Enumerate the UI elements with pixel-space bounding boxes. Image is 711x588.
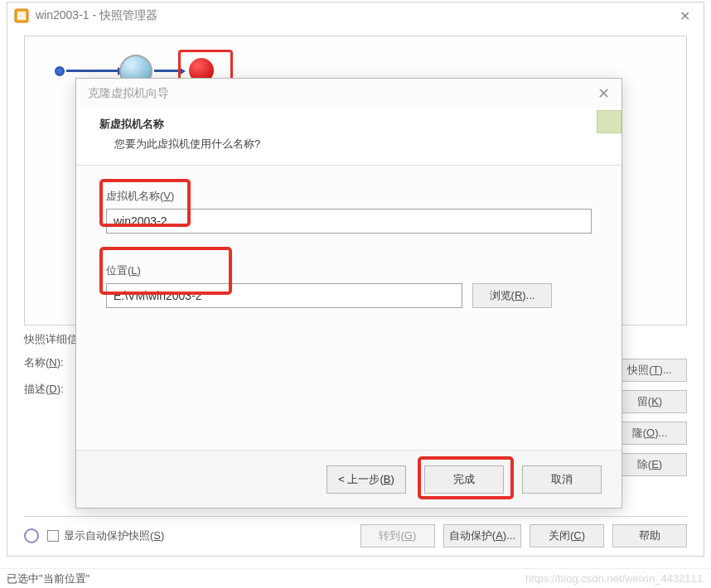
clone-button[interactable]: 隆(O)... [612, 422, 687, 445]
browse-button[interactable]: 浏览(R)... [472, 283, 552, 308]
wizard-close-button[interactable]: ✕ [597, 84, 610, 103]
desc-field-label: 描述(D): [24, 382, 82, 397]
finish-button[interactable]: 完成 [424, 465, 504, 494]
keep-button[interactable]: 留(K) [612, 390, 687, 413]
checkbox-icon [47, 530, 59, 542]
clone-wizard-dialog: 克隆虚拟机向导 ✕ 新虚拟机名称 您要为此虚拟机使用什么名称? 虚拟机名称(V)… [75, 78, 622, 508]
app-icon [14, 8, 29, 23]
parent-window-title: win2003-1 - 快照管理器 [36, 8, 673, 23]
arrow-icon [66, 70, 118, 72]
parent-titlebar: win2003-1 - 快照管理器 ✕ [7, 2, 704, 29]
vm-name-label: 虚拟机名称(V) [106, 189, 592, 204]
name-field-label: 名称(N): [24, 355, 82, 370]
take-snapshot-button[interactable]: 快照(T)... [612, 359, 687, 382]
wizard-title: 克隆虚拟机向导 [88, 86, 597, 101]
snapshot-root-node[interactable] [55, 66, 65, 76]
cancel-button[interactable]: 取消 [522, 465, 602, 494]
wizard-titlebar: 克隆虚拟机向导 ✕ [76, 79, 622, 108]
delete-button[interactable]: 除(E) [612, 453, 687, 476]
wizard-subheading: 您要为此虚拟机使用什么名称? [99, 137, 598, 152]
status-text: 已选中"当前位置" [7, 571, 89, 586]
wizard-header: 新虚拟机名称 您要为此虚拟机使用什么名称? [76, 108, 622, 166]
close-button[interactable]: 关闭(C) [530, 524, 604, 547]
watermark-text: https://blog.csdn.net/weixin_4432111 [525, 572, 703, 585]
wizard-content: 虚拟机名称(V) 位置(L) 浏览(R)... [76, 166, 622, 361]
location-label: 位置(L) [106, 263, 592, 278]
vm-name-input[interactable] [106, 209, 592, 234]
refresh-icon[interactable] [24, 528, 39, 543]
goto-button[interactable]: 转到(G) [360, 524, 435, 547]
location-input[interactable] [106, 283, 462, 308]
wizard-banner-accent [597, 110, 622, 133]
side-buttons-column: 快照(T)... 留(K) 隆(O)... 除(E) [612, 359, 687, 476]
show-autoprotect-checkbox[interactable]: 显示自动保护快照(S) [47, 528, 164, 543]
help-button[interactable]: 帮助 [612, 524, 687, 547]
wizard-button-row: < 上一步(B) 完成 取消 [76, 450, 622, 508]
arrow-icon [154, 70, 179, 72]
back-button[interactable]: < 上一步(B) [326, 465, 406, 494]
bottom-toolbar: 显示自动保护快照(S) 转到(G) 自动保护(A)... 关闭(C) 帮助 [24, 516, 687, 547]
autoprotect-button[interactable]: 自动保护(A)... [443, 524, 521, 547]
parent-close-button[interactable]: ✕ [673, 8, 697, 24]
svg-rect-1 [17, 12, 26, 20]
wizard-heading: 新虚拟机名称 [99, 117, 598, 132]
